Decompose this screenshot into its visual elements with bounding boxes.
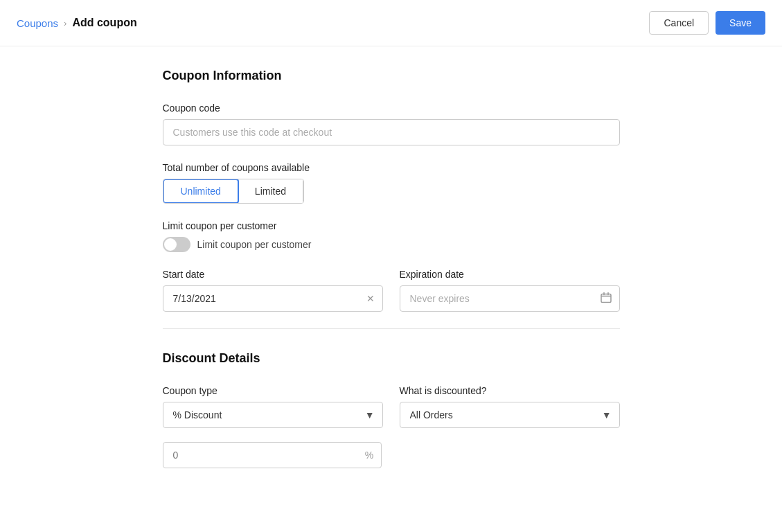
unlimited-button[interactable]: Unlimited bbox=[163, 179, 239, 204]
section-divider bbox=[163, 328, 620, 329]
coupon-code-input[interactable] bbox=[163, 119, 620, 145]
coupon-type-label: Coupon type bbox=[163, 385, 383, 396]
breadcrumb-coupons-link[interactable]: Coupons bbox=[17, 17, 58, 29]
what-discounted-label: What is discounted? bbox=[400, 385, 620, 396]
discount-type-row: Coupon type % Discount Fixed Amount Free… bbox=[163, 385, 620, 428]
discount-value-input[interactable] bbox=[163, 442, 382, 468]
coupon-type-group: Coupon type % Discount Fixed Amount Free… bbox=[163, 385, 383, 428]
limit-toggle-row: Limit coupon per customer bbox=[163, 237, 620, 252]
expiration-date-label: Expiration date bbox=[400, 269, 620, 280]
header-actions: Cancel Save bbox=[649, 11, 765, 35]
limit-toggle-label: Limit coupon per customer bbox=[197, 239, 312, 250]
start-date-group: Start date ✕ bbox=[163, 269, 383, 312]
limit-toggle-switch[interactable] bbox=[163, 237, 190, 252]
save-button[interactable]: Save bbox=[716, 11, 765, 35]
expiration-date-input[interactable] bbox=[400, 285, 620, 312]
start-date-input[interactable] bbox=[163, 285, 383, 312]
expiration-date-group: Expiration date bbox=[400, 269, 620, 312]
total-coupons-group: Total number of coupons available Unlimi… bbox=[163, 162, 620, 204]
percent-sign: % bbox=[365, 450, 373, 461]
limit-per-customer-group: Limit coupon per customer Limit coupon p… bbox=[163, 220, 620, 252]
cancel-button[interactable]: Cancel bbox=[649, 11, 709, 35]
coupon-type-select-wrapper: % Discount Fixed Amount Free Shipping ▼ bbox=[163, 402, 383, 428]
coupon-code-label: Coupon code bbox=[163, 103, 620, 114]
what-discounted-group: What is discounted? All Orders Specific … bbox=[400, 385, 620, 428]
page-title: Add coupon bbox=[72, 17, 136, 29]
main-content: Coupon Information Coupon code Total num… bbox=[149, 46, 634, 490]
breadcrumb: Coupons › Add coupon bbox=[17, 17, 137, 29]
discount-details-title: Discount Details bbox=[163, 351, 620, 366]
coupons-toggle-group: Unlimited Limited bbox=[163, 179, 305, 204]
page-header: Coupons › Add coupon Cancel Save bbox=[0, 0, 782, 46]
start-date-label: Start date bbox=[163, 269, 383, 280]
date-row: Start date ✕ Expiration date bbox=[163, 269, 620, 312]
limit-per-customer-label: Limit coupon per customer bbox=[163, 220, 620, 231]
clear-icon[interactable]: ✕ bbox=[366, 293, 375, 304]
coupon-information-title: Coupon Information bbox=[163, 69, 620, 83]
total-coupons-label: Total number of coupons available bbox=[163, 162, 620, 173]
expiration-date-wrapper bbox=[400, 285, 620, 312]
discount-value-group: % bbox=[163, 442, 382, 468]
calendar-icon[interactable] bbox=[601, 292, 612, 305]
what-discounted-select[interactable]: All Orders Specific Products Specific Ca… bbox=[400, 402, 620, 428]
what-discounted-select-wrapper: All Orders Specific Products Specific Ca… bbox=[400, 402, 620, 428]
svg-rect-0 bbox=[601, 294, 611, 303]
coupon-type-select[interactable]: % Discount Fixed Amount Free Shipping bbox=[163, 402, 383, 428]
start-date-wrapper: ✕ bbox=[163, 285, 383, 312]
breadcrumb-separator: › bbox=[64, 18, 66, 28]
limited-button[interactable]: Limited bbox=[238, 179, 303, 203]
coupon-code-group: Coupon code bbox=[163, 103, 620, 145]
